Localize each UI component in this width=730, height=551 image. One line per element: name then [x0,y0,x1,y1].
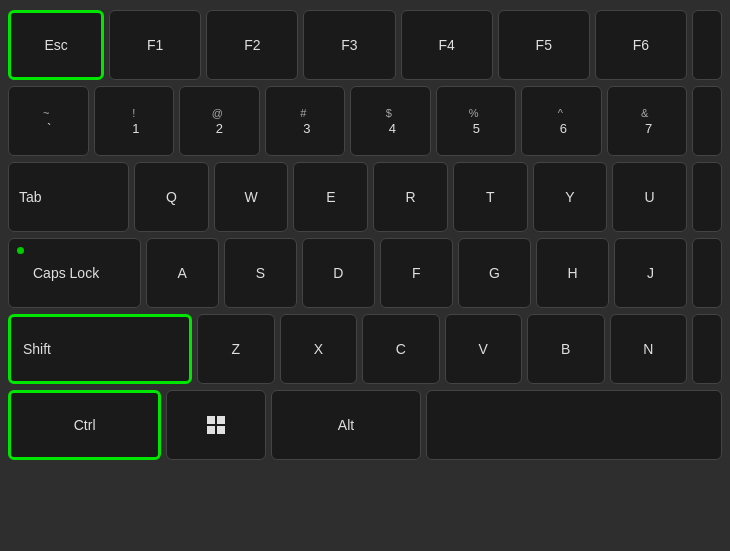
key-f6-label: F6 [633,37,649,53]
caps-lock-indicator [17,247,24,254]
key-t[interactable]: T [453,162,528,232]
key-r[interactable]: R [373,162,448,232]
key-capslock-label: Caps Lock [33,265,99,281]
key-h[interactable]: H [536,238,609,308]
key-partial-8 [692,86,722,156]
key-ctrl-label: Ctrl [74,417,96,433]
key-f4[interactable]: F4 [401,10,493,80]
key-f6[interactable]: F6 [595,10,687,80]
asdf-row: Caps Lock A S D F G H J [8,238,722,308]
keyboard: Esc F1 F2 F3 F4 F5 F6 ~ ` [0,0,730,551]
key-capslock[interactable]: Caps Lock [8,238,141,308]
key-f3-label: F3 [341,37,357,53]
key-partial-f7 [692,10,722,80]
key-tab[interactable]: Tab [8,162,129,232]
key-f5-label: F5 [536,37,552,53]
key-x[interactable]: X [280,314,357,384]
key-e[interactable]: E [293,162,368,232]
key-esc[interactable]: Esc [8,10,104,80]
key-f[interactable]: F [380,238,453,308]
key-z[interactable]: Z [197,314,274,384]
key-f2-label: F2 [244,37,260,53]
key-alt-label: Alt [338,417,354,433]
key-7[interactable]: & 7 [607,86,688,156]
key-backtick[interactable]: ~ ` [8,86,89,156]
key-4[interactable]: $ 4 [350,86,431,156]
zxcv-row: Shift Z X C V B N [8,314,722,384]
qwerty-row: Tab Q W E R T Y U [8,162,722,232]
key-s[interactable]: S [224,238,297,308]
key-5[interactable]: % 5 [436,86,517,156]
key-tab-label: Tab [19,189,42,205]
windows-icon [207,416,225,434]
key-y[interactable]: Y [533,162,608,232]
key-partial-m [692,314,722,384]
key-c[interactable]: C [362,314,439,384]
key-u[interactable]: U [612,162,687,232]
key-w[interactable]: W [214,162,289,232]
key-f1-label: F1 [147,37,163,53]
key-2[interactable]: @ 2 [179,86,260,156]
key-a[interactable]: A [146,238,219,308]
key-b[interactable]: B [527,314,604,384]
key-win[interactable] [166,390,266,460]
key-shift-label: Shift [23,341,51,357]
function-row: Esc F1 F2 F3 F4 F5 F6 [8,10,722,80]
key-f1[interactable]: F1 [109,10,201,80]
key-6[interactable]: ^ 6 [521,86,602,156]
key-partial-i [692,162,722,232]
key-d[interactable]: D [302,238,375,308]
key-spacebar-partial[interactable] [426,390,722,460]
key-alt[interactable]: Alt [271,390,420,460]
key-shift[interactable]: Shift [8,314,192,384]
key-f2[interactable]: F2 [206,10,298,80]
key-f3[interactable]: F3 [303,10,395,80]
key-ctrl[interactable]: Ctrl [8,390,161,460]
key-1[interactable]: ! 1 [94,86,175,156]
key-partial-k [692,238,722,308]
key-3[interactable]: # 3 [265,86,346,156]
key-f4-label: F4 [438,37,454,53]
key-n[interactable]: N [610,314,687,384]
key-f5[interactable]: F5 [498,10,590,80]
key-g[interactable]: G [458,238,531,308]
key-j[interactable]: J [614,238,687,308]
key-v[interactable]: V [445,314,522,384]
key-esc-label: Esc [44,37,67,53]
number-row: ~ ` ! 1 @ 2 # 3 $ 4 [8,86,722,156]
key-q[interactable]: Q [134,162,209,232]
bottom-row: Ctrl Alt [8,390,722,460]
